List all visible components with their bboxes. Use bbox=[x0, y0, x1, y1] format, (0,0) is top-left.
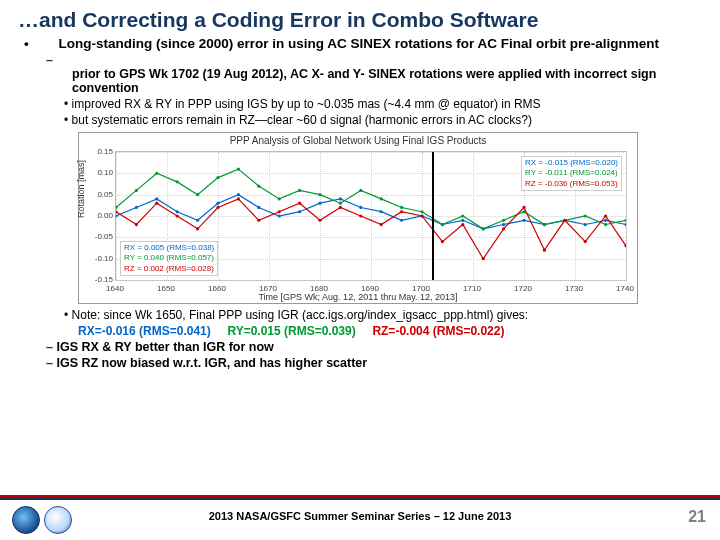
svg-point-72 bbox=[522, 206, 525, 209]
bullet-main: Long-standing (since 2000) error in usin… bbox=[24, 36, 702, 51]
svg-point-29 bbox=[176, 180, 179, 183]
svg-point-34 bbox=[278, 197, 281, 200]
svg-point-32 bbox=[237, 167, 240, 170]
svg-point-11 bbox=[339, 197, 342, 200]
footer: 2013 NASA/GSFC Summer Seminar Series – 1… bbox=[0, 497, 720, 540]
svg-point-17 bbox=[461, 219, 464, 222]
svg-point-39 bbox=[380, 197, 383, 200]
svg-point-33 bbox=[257, 185, 260, 188]
svg-point-66 bbox=[400, 210, 403, 213]
chart-container: PPP Analysis of Global Network Using Fin… bbox=[78, 132, 638, 304]
svg-point-13 bbox=[380, 210, 383, 213]
svg-point-27 bbox=[135, 189, 138, 192]
svg-point-60 bbox=[278, 210, 281, 213]
svg-point-3 bbox=[176, 210, 179, 213]
svg-point-1 bbox=[135, 206, 138, 209]
svg-point-9 bbox=[298, 210, 301, 213]
svg-point-25 bbox=[624, 223, 626, 226]
svg-point-8 bbox=[278, 214, 281, 217]
svg-point-35 bbox=[298, 189, 301, 192]
svg-point-14 bbox=[400, 219, 403, 222]
svg-point-43 bbox=[461, 214, 464, 217]
marker-line-wk1702 bbox=[432, 152, 434, 280]
svg-point-20 bbox=[522, 219, 525, 222]
slide-title: …and Correcting a Coding Error in Combo … bbox=[18, 8, 702, 32]
svg-point-58 bbox=[237, 197, 240, 200]
svg-point-30 bbox=[196, 193, 199, 196]
svg-point-38 bbox=[359, 189, 362, 192]
svg-point-63 bbox=[339, 206, 342, 209]
svg-point-19 bbox=[502, 223, 505, 226]
bullet-subsub-2: but systematic errors remain in RZ—clear… bbox=[64, 113, 702, 128]
svg-point-65 bbox=[380, 223, 383, 226]
svg-point-40 bbox=[400, 206, 403, 209]
svg-point-59 bbox=[257, 219, 260, 222]
svg-point-50 bbox=[604, 223, 607, 226]
footer-text: 2013 NASA/GSFC Summer Seminar Series – 1… bbox=[0, 510, 720, 522]
svg-point-10 bbox=[318, 202, 321, 205]
svg-point-41 bbox=[420, 210, 423, 213]
svg-point-28 bbox=[155, 172, 158, 175]
svg-point-76 bbox=[604, 214, 607, 217]
svg-point-51 bbox=[624, 219, 626, 222]
svg-point-62 bbox=[318, 219, 321, 222]
svg-point-53 bbox=[135, 223, 138, 226]
svg-point-31 bbox=[216, 176, 219, 179]
x-axis-label: Time [GPS Wk; Aug. 12, 2011 thru May. 12… bbox=[79, 292, 637, 302]
svg-point-74 bbox=[563, 219, 566, 222]
bullet-subsub-1: improved RX & RY in PPP using IGS by up … bbox=[64, 97, 702, 112]
note-values: RX=-0.016 (RMS=0.041) RY=0.015 (RMS=0.03… bbox=[78, 324, 702, 338]
svg-point-24 bbox=[604, 219, 607, 222]
bullet-note: Note: since Wk 1650, Final PPP using IGR… bbox=[64, 308, 702, 323]
svg-point-75 bbox=[584, 240, 587, 243]
svg-point-47 bbox=[543, 223, 546, 226]
svg-point-42 bbox=[441, 223, 444, 226]
svg-point-23 bbox=[584, 223, 587, 226]
svg-point-12 bbox=[359, 206, 362, 209]
svg-point-71 bbox=[502, 227, 505, 230]
svg-point-49 bbox=[584, 214, 587, 217]
svg-point-5 bbox=[216, 202, 219, 205]
plot-area: RX = 0.005 (RMS=0.038) RY = 0.040 (RMS=0… bbox=[115, 151, 627, 281]
svg-point-64 bbox=[359, 214, 362, 217]
svg-point-57 bbox=[216, 206, 219, 209]
svg-point-68 bbox=[441, 240, 444, 243]
svg-point-73 bbox=[543, 249, 546, 252]
svg-point-45 bbox=[502, 219, 505, 222]
legend-left: RX = 0.005 (RMS=0.038) RY = 0.040 (RMS=0… bbox=[120, 241, 218, 276]
svg-point-2 bbox=[155, 197, 158, 200]
svg-point-70 bbox=[482, 257, 485, 260]
svg-point-6 bbox=[237, 193, 240, 196]
chart-title: PPP Analysis of Global Network Using Fin… bbox=[79, 133, 637, 148]
bullet-sub-1: prior to GPS Wk 1702 (19 Aug 2012), AC X… bbox=[46, 53, 702, 95]
svg-point-67 bbox=[420, 214, 423, 217]
svg-point-7 bbox=[257, 206, 260, 209]
legend-right: RX = -0.015 (RMS=0.020) RY = -0.011 (RMS… bbox=[521, 156, 622, 191]
svg-point-4 bbox=[196, 219, 199, 222]
svg-point-69 bbox=[461, 223, 464, 226]
svg-point-36 bbox=[318, 193, 321, 196]
svg-point-55 bbox=[176, 214, 179, 217]
y-axis-label: Rotation [mas] bbox=[76, 160, 86, 218]
svg-point-61 bbox=[298, 202, 301, 205]
svg-point-37 bbox=[339, 202, 342, 205]
bullet-sub-2: IGS RX & RY better than IGR for now bbox=[46, 340, 702, 354]
bullet-sub-3: IGS RZ now biased w.r.t. IGR, and has hi… bbox=[46, 356, 702, 370]
page-number: 21 bbox=[688, 508, 706, 526]
svg-point-44 bbox=[482, 227, 485, 230]
svg-point-56 bbox=[196, 227, 199, 230]
svg-point-54 bbox=[155, 202, 158, 205]
